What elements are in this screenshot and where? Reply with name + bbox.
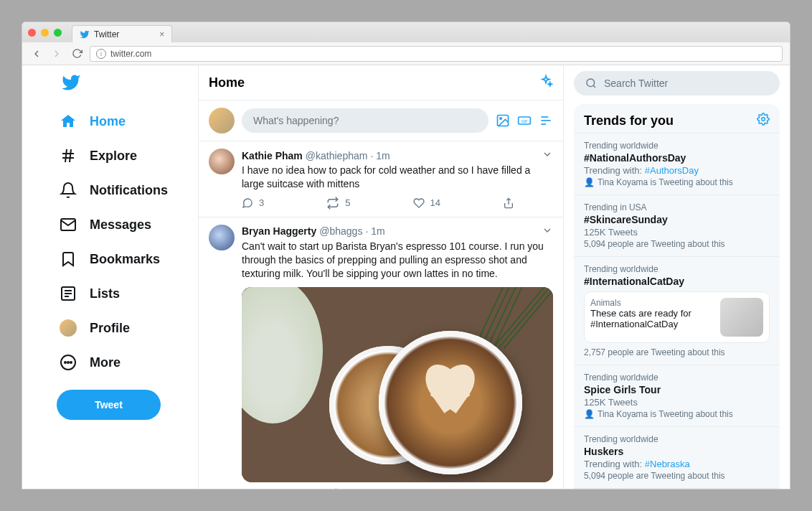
trend-with: Trending with: #Nebraska [584, 459, 770, 469]
trend-count: 125K Tweets [584, 397, 770, 408]
trend-meta: Trending worldwide [584, 264, 770, 274]
sidebar-item-more[interactable]: More [57, 345, 189, 380]
trend-meta: Trending worldwide [584, 141, 770, 151]
hashtag-icon [60, 147, 77, 164]
chevron-down-icon[interactable] [542, 149, 553, 162]
envelope-icon [60, 216, 77, 233]
nav-label: Notifications [90, 183, 168, 198]
list-icon [60, 285, 77, 302]
browser-back-button[interactable] [29, 47, 44, 61]
chevron-down-icon[interactable] [542, 225, 553, 238]
browser-window: Twitter × i twitter.com Home Explore [22, 22, 790, 489]
tweet-time: · 1m [365, 225, 384, 237]
tweet-button[interactable]: Tweet [57, 390, 161, 420]
trend-sub: 5,094 people are Tweeting about this [584, 471, 770, 481]
svg-point-11 [67, 362, 69, 363]
compose-avatar[interactable] [209, 108, 235, 133]
image-icon[interactable] [496, 113, 510, 128]
page-title: Home [209, 75, 245, 90]
browser-forward-button[interactable] [49, 47, 64, 61]
reply-button[interactable]: 3 [242, 197, 264, 210]
trend-item[interactable]: Trending in USA #SkincareSunday 125K Twe… [574, 194, 780, 256]
svg-line-3 [70, 149, 71, 162]
sidebar-item-notifications[interactable]: Notifications [57, 173, 189, 207]
nav-label: Bookmarks [90, 252, 160, 267]
retweet-button[interactable]: 5 [326, 488, 350, 489]
tweet-text: I have no idea how to pack for cold weat… [242, 164, 553, 191]
like-button[interactable]: 14 [413, 488, 440, 489]
window-close[interactable] [28, 29, 36, 37]
sidebar-item-profile[interactable]: Profile [57, 311, 189, 345]
tweet-avatar[interactable] [209, 149, 235, 174]
tweet[interactable]: Kathie Pham @kathiepham · 1m I have no i… [199, 141, 563, 217]
show-more-link[interactable]: Show more [574, 488, 780, 489]
trend-item[interactable]: Trending worldwide #NationalAuthorsDay T… [574, 133, 780, 194]
main-timeline: Home GIF Kathie Pham @kathiepham [198, 65, 564, 489]
right-sidebar: Search Twitter Trends for you Trending w… [564, 65, 790, 489]
nav-label: Profile [90, 321, 130, 336]
trend-item[interactable]: Trending worldwide #InternationalCatDay … [574, 256, 780, 365]
search-icon [585, 78, 597, 89]
tweet-time: · 1m [370, 150, 390, 161]
trend-sub: 5,094 people are Tweeting about this [584, 239, 770, 249]
window-minimize[interactable] [41, 29, 49, 37]
tweet-author-handle[interactable]: @bhaggs [319, 225, 362, 237]
home-icon [60, 113, 77, 130]
twitter-app: Home Explore Notifications Messages Book… [22, 65, 790, 489]
tweet-author-handle[interactable]: @kathiepham [306, 150, 368, 161]
browser-reload-button[interactable] [70, 47, 84, 61]
sidebar-item-lists[interactable]: Lists [57, 276, 189, 311]
tweet-text: Can't wait to start up Barista Bryan's e… [242, 240, 553, 281]
nav-label: Messages [90, 217, 151, 233]
sidebar-item-messages[interactable]: Messages [57, 207, 189, 242]
tweet-avatar[interactable] [209, 225, 235, 250]
compose-actions: GIF [496, 113, 553, 128]
sidebar-item-bookmarks[interactable]: Bookmarks [57, 242, 189, 276]
sidebar-item-explore[interactable]: Explore [57, 139, 189, 173]
browser-tab[interactable]: Twitter × [72, 25, 172, 42]
browser-url-bar[interactable]: i twitter.com [90, 46, 783, 62]
like-button[interactable]: 14 [413, 197, 440, 210]
trend-meta: Trending worldwide [584, 434, 770, 444]
sidebar-nav: Home Explore Notifications Messages Book… [22, 65, 198, 489]
trend-item[interactable]: Trending worldwide Huskers Trending with… [574, 426, 780, 488]
tweet-image[interactable] [242, 287, 553, 482]
sidebar-item-home[interactable]: Home [57, 104, 189, 139]
browser-tab-bar: Twitter × [22, 22, 790, 42]
trend-count: 125K Tweets [584, 227, 770, 238]
trend-sub: 👤 Tina Koyama is Tweeting about this [584, 177, 770, 187]
svg-point-22 [587, 79, 595, 87]
window-maximize[interactable] [54, 29, 62, 37]
svg-text:GIF: GIF [521, 119, 528, 123]
nav-label: Lists [90, 286, 120, 301]
share-button[interactable] [503, 488, 514, 489]
gear-icon[interactable] [757, 113, 770, 128]
browser-tab-title: Twitter [94, 29, 119, 39]
window-controls [28, 29, 62, 37]
gif-icon[interactable]: GIF [517, 113, 532, 128]
site-info-icon[interactable]: i [96, 49, 106, 59]
svg-point-12 [70, 362, 72, 363]
trend-item[interactable]: Trending worldwide Spice Girls Tour 125K… [574, 365, 780, 426]
retweet-button[interactable]: 5 [326, 197, 350, 210]
trend-tag: #InternationalCatDay [584, 276, 770, 287]
compose-input[interactable] [242, 108, 488, 133]
url-text: twitter.com [110, 49, 151, 59]
trend-tag: Huskers [584, 446, 770, 457]
svg-point-14 [500, 118, 502, 120]
tab-close-icon[interactable]: × [159, 29, 164, 39]
poll-icon[interactable] [539, 113, 553, 128]
browser-nav-bar: i twitter.com [22, 42, 790, 65]
tweet[interactable]: Bryan Haggerty @bhaggs · 1m Can't wait t… [199, 217, 563, 489]
reply-button[interactable]: 3 [242, 488, 264, 489]
share-button[interactable] [503, 197, 514, 210]
trend-card-image [720, 298, 763, 337]
trend-card[interactable]: Animals These cats are ready for #Intern… [584, 291, 770, 343]
tweet-author-name[interactable]: Bryan Haggerty [242, 225, 316, 237]
trend-tag: #SkincareSunday [584, 214, 770, 225]
tweet-author-name[interactable]: Kathie Pham [242, 150, 303, 161]
sparkle-icon[interactable] [539, 74, 553, 91]
search-input[interactable]: Search Twitter [574, 71, 780, 95]
trend-sub: 2,757 people are Tweeting about this [584, 347, 770, 357]
twitter-logo-icon[interactable] [57, 72, 189, 95]
